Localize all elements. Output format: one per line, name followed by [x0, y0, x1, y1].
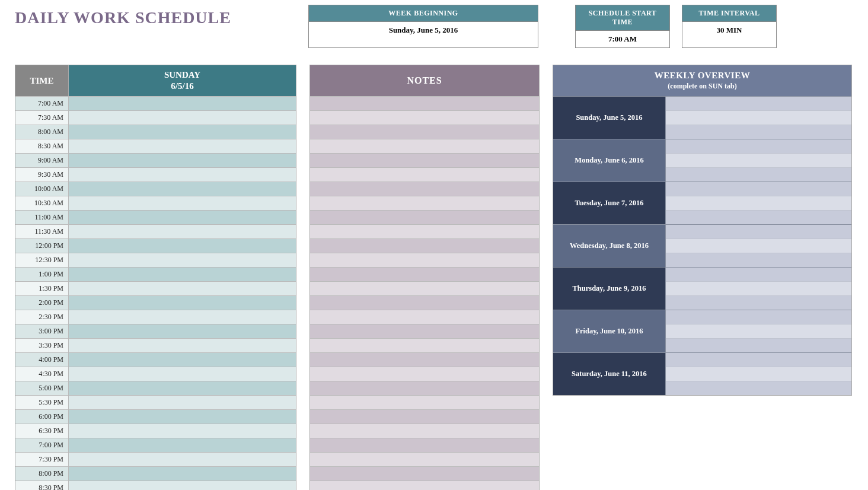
notes-row[interactable]: [310, 381, 539, 395]
schedule-value-cell[interactable]: [69, 97, 296, 110]
schedule-value-cell[interactable]: [69, 453, 296, 466]
schedule-row: 7:00 PM: [15, 438, 296, 452]
notes-row[interactable]: [310, 452, 539, 466]
schedule-value-cell[interactable]: [69, 324, 296, 338]
notes-row[interactable]: [310, 267, 539, 281]
notes-row[interactable]: [310, 367, 539, 381]
schedule-value-cell[interactable]: [69, 111, 296, 125]
overview-slot[interactable]: [666, 381, 851, 395]
overview-slot[interactable]: [666, 153, 851, 167]
overview-slot[interactable]: [666, 253, 851, 267]
notes-row[interactable]: [310, 253, 539, 267]
schedule-value-cell[interactable]: [69, 225, 296, 238]
overview-slot[interactable]: [666, 210, 851, 224]
schedule-value-cell[interactable]: [69, 353, 296, 367]
overview-day-label: Thursday, June 9, 2016: [553, 268, 666, 310]
notes-row[interactable]: [310, 139, 539, 153]
overview-slot[interactable]: [666, 268, 851, 281]
overview-slot[interactable]: [666, 139, 851, 153]
notes-row[interactable]: [310, 395, 539, 409]
start-time-value[interactable]: 7:00 AM: [576, 31, 669, 47]
notes-row[interactable]: [310, 424, 539, 438]
overview-slots: [666, 310, 851, 352]
schedule-time-cell: 4:30 PM: [15, 367, 69, 381]
notes-row[interactable]: [310, 96, 539, 110]
notes-row[interactable]: [310, 310, 539, 324]
schedule-value-cell[interactable]: [69, 467, 296, 481]
notes-row[interactable]: [310, 352, 539, 367]
notes-row[interactable]: [310, 110, 539, 125]
schedule-value-cell[interactable]: [69, 310, 296, 324]
overview-slot[interactable]: [666, 324, 851, 338]
schedule-value-cell[interactable]: [69, 125, 296, 139]
schedule-time-cell: 3:30 PM: [15, 339, 69, 352]
overview-day-label: Wednesday, June 8, 2016: [553, 225, 666, 267]
overview-slot[interactable]: [666, 295, 851, 310]
schedule-time-cell: 12:30 PM: [15, 253, 69, 267]
notes-row[interactable]: [310, 196, 539, 210]
overview-row: Sunday, June 5, 2016: [553, 96, 851, 139]
overview-slot[interactable]: [666, 353, 851, 367]
schedule-value-cell[interactable]: [69, 139, 296, 153]
schedule-value-cell[interactable]: [69, 296, 296, 310]
overview-slot[interactable]: [666, 125, 851, 139]
schedule-time-cell: 5:30 PM: [15, 396, 69, 409]
notes-row[interactable]: [310, 224, 539, 238]
schedule-day-name: SUNDAY: [164, 69, 200, 81]
schedule-time-cell: 8:30 AM: [15, 139, 69, 153]
overview-row: Tuesday, June 7, 2016: [553, 182, 851, 224]
schedule-value-cell[interactable]: [69, 438, 296, 452]
schedule-value-cell[interactable]: [69, 396, 296, 409]
notes-row[interactable]: [310, 438, 539, 452]
notes-row[interactable]: [310, 210, 539, 224]
schedule-value-cell[interactable]: [69, 339, 296, 352]
schedule-time-cell: 4:00 PM: [15, 353, 69, 367]
schedule-value-cell[interactable]: [69, 268, 296, 281]
notes-row[interactable]: [310, 338, 539, 352]
schedule-row: 11:00 AM: [15, 210, 296, 224]
schedule-value-cell[interactable]: [69, 367, 296, 381]
schedule-value-cell[interactable]: [69, 481, 296, 490]
interval-value[interactable]: 30 MIN: [682, 22, 776, 39]
schedule-value-cell[interactable]: [69, 381, 296, 395]
notes-row[interactable]: [310, 324, 539, 338]
overview-slot[interactable]: [666, 310, 851, 324]
notes-row[interactable]: [310, 153, 539, 167]
notes-row[interactable]: [310, 409, 539, 424]
schedule-row: 7:00 AM: [15, 96, 296, 110]
schedule-value-cell[interactable]: [69, 253, 296, 267]
notes-row[interactable]: [310, 182, 539, 196]
overview-slot[interactable]: [666, 167, 851, 182]
notes-panel: NOTES: [309, 65, 540, 490]
overview-slot[interactable]: [666, 367, 851, 381]
overview-slot[interactable]: [666, 97, 851, 110]
notes-row[interactable]: [310, 466, 539, 481]
schedule-value-cell[interactable]: [69, 154, 296, 167]
schedule-value-cell[interactable]: [69, 410, 296, 424]
overview-slot[interactable]: [666, 182, 851, 196]
schedule-time-cell: 1:00 PM: [15, 268, 69, 281]
overview-slot[interactable]: [666, 238, 851, 253]
schedule-row: 7:30 PM: [15, 452, 296, 466]
schedule-value-cell[interactable]: [69, 182, 296, 196]
schedule-row: 4:30 PM: [15, 367, 296, 381]
notes-row[interactable]: [310, 167, 539, 182]
schedule-value-cell[interactable]: [69, 211, 296, 224]
notes-row[interactable]: [310, 125, 539, 139]
overview-slot[interactable]: [666, 225, 851, 238]
overview-slot[interactable]: [666, 338, 851, 352]
notes-row[interactable]: [310, 295, 539, 310]
schedule-value-cell[interactable]: [69, 424, 296, 438]
overview-slot[interactable]: [666, 196, 851, 210]
week-beginning-value[interactable]: Sunday, June 5, 2016: [309, 22, 538, 39]
notes-row[interactable]: [310, 281, 539, 295]
schedule-value-cell[interactable]: [69, 168, 296, 182]
overview-slot[interactable]: [666, 281, 851, 295]
schedule-value-cell[interactable]: [69, 282, 296, 295]
notes-row[interactable]: [310, 481, 539, 490]
schedule-value-cell[interactable]: [69, 196, 296, 210]
overview-slot[interactable]: [666, 110, 851, 125]
schedule-row: 12:00 PM: [15, 238, 296, 253]
notes-row[interactable]: [310, 238, 539, 253]
schedule-value-cell[interactable]: [69, 239, 296, 253]
